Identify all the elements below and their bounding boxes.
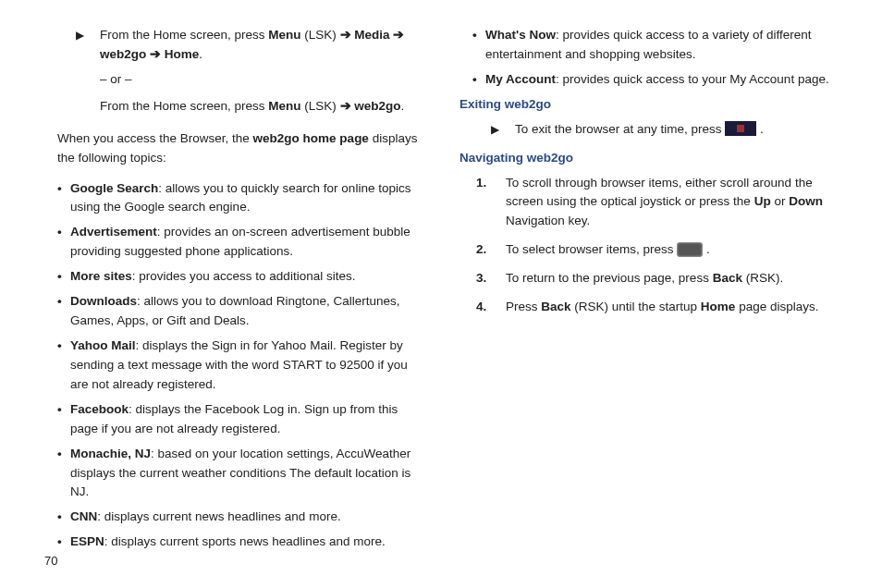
item-title: ESPN [70, 534, 104, 548]
menu-label: Menu [268, 28, 300, 42]
end-key-icon [725, 121, 756, 136]
up-key: Up [754, 194, 771, 208]
item-title: Yahoo Mail [70, 338, 136, 352]
text: To exit the browser at any time, press [515, 122, 725, 136]
list-item: My Account: provides quick access to you… [476, 70, 838, 90]
web2go-label: web2go [354, 99, 400, 113]
home-key: Home [701, 300, 736, 313]
text: (LSK) [301, 99, 340, 113]
text: page displays. [735, 300, 818, 313]
nav-steps: 1. To scroll through browser items, eith… [459, 174, 838, 318]
arrow-icon: ➔ [340, 99, 351, 113]
text: (LSK) [301, 28, 340, 42]
item-title: My Account [485, 72, 556, 86]
nav-step: 3. To return to the previous page, press… [496, 269, 838, 288]
text: (RSK) until the startup [571, 300, 701, 313]
step-number: 1. [476, 174, 486, 193]
list-item: What's Now: provides quick access to a v… [476, 26, 838, 65]
list-item: Google Search: allows you to quickly sea… [61, 179, 423, 218]
intro-bold: web2go home page [253, 131, 369, 145]
select-key-icon [677, 242, 703, 257]
list-item: CNN: displays current news headlines and… [61, 508, 423, 527]
feature-list-right: What's Now: provides quick access to a v… [459, 26, 838, 90]
item-title: Monachie, NJ [70, 447, 151, 460]
step-number: 4. [476, 298, 486, 317]
play-marker-icon: ▶ [76, 27, 84, 44]
item-title: Facebook [70, 402, 129, 416]
item-desc: : provides you access to additional site… [132, 269, 356, 283]
item-desc: : displays current sports news headlines… [104, 534, 386, 548]
exit-step: ▶ To exit the browser at any time, press… [459, 120, 838, 140]
step-item-alt: From the Home screen, press Menu (LSK) ➔… [44, 97, 423, 116]
home-label: Home [165, 47, 200, 61]
text: (RSK). [742, 271, 783, 285]
step-number: 2. [476, 240, 486, 260]
item-desc: : displays current news headlines and mo… [97, 509, 340, 523]
text: . [756, 122, 764, 136]
list-item: More sites: provides you access to addit… [61, 267, 423, 287]
text: From the Home screen, press [100, 28, 268, 42]
nav-step: 2. To select browser items, press . [496, 240, 838, 260]
item-title: What's Now [485, 28, 556, 42]
item-title: Google Search [70, 181, 158, 195]
arrow-icon: ➔ [340, 28, 351, 42]
back-key: Back [541, 300, 570, 313]
list-item: Yahoo Mail: displays the Sign in for Yah… [61, 337, 423, 395]
nav-step: 1. To scroll through browser items, eith… [496, 174, 838, 232]
text: When you access the Browser, the [57, 131, 253, 145]
page-columns: ▶ From the Home screen, press Menu (LSK)… [44, 26, 838, 557]
item-title: Downloads [70, 294, 137, 308]
item-title: More sites [70, 269, 132, 283]
list-item: ESPN: displays current sports news headl… [61, 533, 423, 552]
heading-exiting: Exiting web2go [459, 95, 838, 115]
text: From the Home screen, press [100, 99, 268, 113]
right-column: What's Now: provides quick access to a v… [459, 26, 838, 557]
arrow-icon: ➔ [393, 28, 404, 42]
menu-label: Menu [268, 99, 300, 113]
text: To return to the previous page, press [506, 271, 713, 285]
list-item: Downloads: allows you to download Ringto… [61, 292, 423, 331]
nav-step: 4. Press Back (RSK) until the startup Ho… [496, 298, 838, 317]
text: Press [506, 300, 541, 313]
step-number: 3. [476, 269, 486, 288]
down-key: Down [789, 194, 823, 208]
play-marker-icon: ▶ [491, 121, 499, 139]
page-number: 70 [44, 554, 57, 568]
list-item: Monachie, NJ: based on your location set… [61, 445, 423, 503]
period: . [401, 99, 405, 113]
text: To select browser items, press [506, 242, 677, 256]
list-item: Advertisement: provides an on-screen adv… [61, 223, 423, 262]
text: or [771, 194, 790, 208]
left-column: ▶ From the Home screen, press Menu (LSK)… [44, 26, 423, 557]
media-label: Media [354, 28, 393, 42]
item-desc: : provides quick access to your My Accou… [556, 72, 829, 86]
text: Navigation key. [506, 214, 590, 227]
back-key: Back [713, 271, 742, 285]
arrow-icon: ➔ [150, 47, 161, 61]
text: . [703, 242, 710, 256]
list-item: Facebook: displays the Facebook Log in. … [61, 400, 423, 439]
item-title: Advertisement [70, 225, 157, 239]
step-item: ▶ From the Home screen, press Menu (LSK)… [44, 26, 423, 65]
item-title: CNN [70, 509, 97, 523]
feature-list: Google Search: allows you to quickly sea… [44, 179, 423, 553]
intro-paragraph: When you access the Browser, the web2go … [44, 129, 423, 174]
or-separator: – or – [44, 70, 423, 90]
period: . [199, 47, 202, 61]
web2go-label: web2go [100, 47, 150, 61]
heading-navigating: Navigating web2go [459, 149, 838, 168]
